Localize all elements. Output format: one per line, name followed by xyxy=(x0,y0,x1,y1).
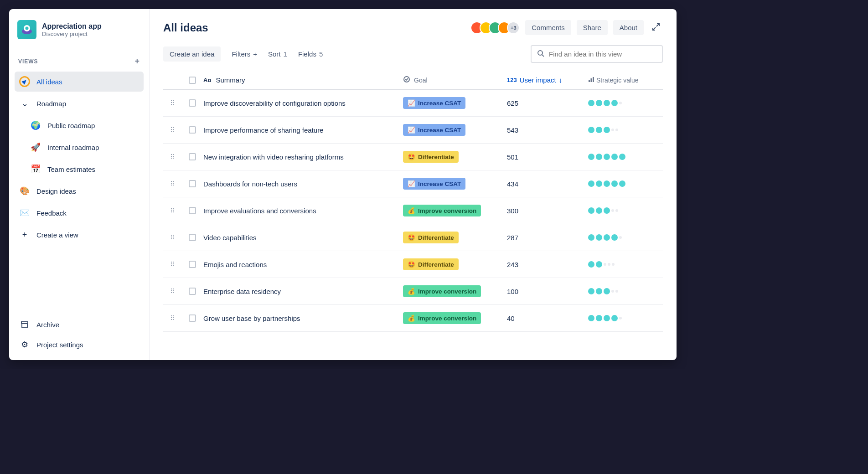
table-row[interactable]: ⠿ Improve performance of sharing feature… xyxy=(163,117,663,144)
sidebar-item-team-estimates[interactable]: 📅 Team estimates xyxy=(15,159,144,179)
row-user-impact: 40 xyxy=(507,314,584,322)
row-user-impact: 501 xyxy=(507,153,584,161)
fields-button[interactable]: Fields 5 xyxy=(298,50,323,58)
gear-icon: ⚙ xyxy=(19,339,30,350)
sort-count: 1 xyxy=(284,50,287,58)
row-summary: Improve evaluations and conversions xyxy=(203,207,399,215)
sidebar-item-public-roadmap[interactable]: 🌍 Public roadmap xyxy=(15,115,144,135)
drag-handle-icon[interactable]: ⠿ xyxy=(163,99,181,107)
goal-tag[interactable]: 🤩 Differentiate xyxy=(403,232,459,243)
sidebar-item-feedback[interactable]: ✉️ Feedback xyxy=(15,203,144,223)
goal-emoji-icon: 💰 xyxy=(408,288,415,295)
row-strategic-value xyxy=(588,288,656,294)
row-strategic-value xyxy=(588,100,656,106)
sidebar-item-roadmap[interactable]: ⌄ Roadmap xyxy=(15,93,144,113)
row-summary: Emojis and reactions xyxy=(203,261,399,268)
chevron-down-icon: ⌄ xyxy=(19,98,30,109)
sidebar-item-label: Internal roadmap xyxy=(47,144,99,151)
goal-tag[interactable]: 🤩 Differentiate xyxy=(403,258,459,270)
table-row[interactable]: ⠿ Improve discoverability of configurati… xyxy=(163,90,663,117)
strategic-dot xyxy=(611,209,614,212)
row-user-impact: 300 xyxy=(507,207,584,215)
row-summary: Grow user base by partnerships xyxy=(203,314,399,322)
sort-button[interactable]: Sort 1 xyxy=(268,50,287,58)
table-row[interactable]: ⠿ Improve evaluations and conversions 💰 … xyxy=(163,197,663,224)
sidebar-item-design-ideas[interactable]: 🎨 Design ideas xyxy=(15,181,144,201)
plus-icon: + xyxy=(253,50,257,58)
sidebar-item-project-settings[interactable]: ⚙ Project settings xyxy=(15,335,144,355)
goal-tag[interactable]: 📈 Increase CSAT xyxy=(403,97,465,109)
table-row[interactable]: ⠿ New integration with video resharing p… xyxy=(163,144,663,170)
row-checkbox[interactable] xyxy=(185,261,200,268)
select-all-checkbox[interactable] xyxy=(185,77,200,84)
row-checkbox[interactable] xyxy=(185,288,200,295)
avatar-stack[interactable]: +3 xyxy=(474,21,520,34)
sidebar-item-create-view[interactable]: + Create a view xyxy=(15,225,144,245)
filters-button[interactable]: Filters + xyxy=(232,50,257,58)
drag-handle-icon[interactable]: ⠿ xyxy=(163,153,181,160)
row-checkbox[interactable] xyxy=(185,234,200,241)
strategic-dot xyxy=(604,288,610,294)
strategic-dot xyxy=(611,154,618,160)
table-row[interactable]: ⠿ Dashboards for non-tech users 📈 Increa… xyxy=(163,170,663,197)
strategic-dot xyxy=(588,207,594,214)
strategic-dot xyxy=(604,100,610,106)
goal-label: Improve conversion xyxy=(418,315,476,322)
column-summary[interactable]: Summary xyxy=(216,76,245,84)
search-box[interactable] xyxy=(531,45,663,63)
column-user-impact[interactable]: 123 User impact ↓ xyxy=(507,76,584,84)
svg-point-5 xyxy=(538,51,542,55)
column-strategic[interactable]: Strategic value xyxy=(596,77,639,84)
number-icon: 123 xyxy=(507,77,517,83)
row-strategic-value xyxy=(588,127,656,133)
project-subtitle: Discovery project xyxy=(42,31,102,37)
row-checkbox[interactable] xyxy=(185,99,200,107)
comments-button[interactable]: Comments xyxy=(525,20,571,35)
goal-tag[interactable]: 💰 Improve conversion xyxy=(403,312,481,324)
strategic-dot xyxy=(608,263,610,266)
share-button[interactable]: Share xyxy=(577,20,608,35)
table-row[interactable]: ⠿ Enterprise data residency 💰 Improve co… xyxy=(163,278,663,305)
drag-handle-icon[interactable]: ⠿ xyxy=(163,314,181,322)
table-row[interactable]: ⠿ Video capabilities 🤩 Differentiate 287 xyxy=(163,224,663,251)
app-window: Appreciation app Discovery project VIEWS… xyxy=(9,9,677,360)
drag-handle-icon[interactable]: ⠿ xyxy=(163,126,181,134)
project-header: Appreciation app Discovery project xyxy=(15,20,144,47)
column-goal[interactable]: Goal xyxy=(414,77,428,84)
row-checkbox[interactable] xyxy=(185,314,200,322)
row-goal: 📈 Increase CSAT xyxy=(403,97,503,109)
goal-tag[interactable]: 🤩 Differentiate xyxy=(403,151,459,163)
strategic-dot xyxy=(588,288,594,294)
add-view-button[interactable]: + xyxy=(135,57,140,66)
strategic-dot xyxy=(611,315,618,321)
drag-handle-icon[interactable]: ⠿ xyxy=(163,180,181,187)
goal-tag[interactable]: 📈 Increase CSAT xyxy=(403,124,465,136)
search-input[interactable] xyxy=(549,50,656,58)
row-checkbox[interactable] xyxy=(185,180,200,187)
row-user-impact: 434 xyxy=(507,180,584,188)
strategic-dot xyxy=(588,234,594,241)
expand-icon[interactable] xyxy=(649,20,663,35)
goal-tag[interactable]: 💰 Improve conversion xyxy=(403,285,481,297)
row-checkbox[interactable] xyxy=(185,207,200,214)
drag-handle-icon[interactable]: ⠿ xyxy=(163,207,181,214)
about-button[interactable]: About xyxy=(613,20,644,35)
sidebar-item-archive[interactable]: Archive xyxy=(15,314,144,335)
goal-emoji-icon: 💰 xyxy=(408,314,415,322)
goal-tag[interactable]: 📈 Increase CSAT xyxy=(403,178,465,190)
strategic-dot xyxy=(615,290,618,293)
drag-handle-icon[interactable]: ⠿ xyxy=(163,234,181,241)
goal-tag[interactable]: 💰 Improve conversion xyxy=(403,205,481,216)
create-idea-button[interactable]: Create an idea xyxy=(163,46,221,62)
drag-handle-icon[interactable]: ⠿ xyxy=(163,288,181,295)
avatar-more[interactable]: +3 xyxy=(507,21,520,34)
drag-handle-icon[interactable]: ⠿ xyxy=(163,261,181,268)
table-row[interactable]: ⠿ Emojis and reactions 🤩 Differentiate 2… xyxy=(163,251,663,278)
row-checkbox[interactable] xyxy=(185,153,200,160)
svg-rect-7 xyxy=(589,80,590,82)
sidebar-item-internal-roadmap[interactable]: 🚀 Internal roadmap xyxy=(15,137,144,157)
table-row[interactable]: ⠿ Grow user base by partnerships 💰 Impro… xyxy=(163,305,663,332)
compass-icon xyxy=(19,76,30,87)
sidebar-item-all-ideas[interactable]: All ideas xyxy=(15,72,144,92)
row-checkbox[interactable] xyxy=(185,126,200,134)
